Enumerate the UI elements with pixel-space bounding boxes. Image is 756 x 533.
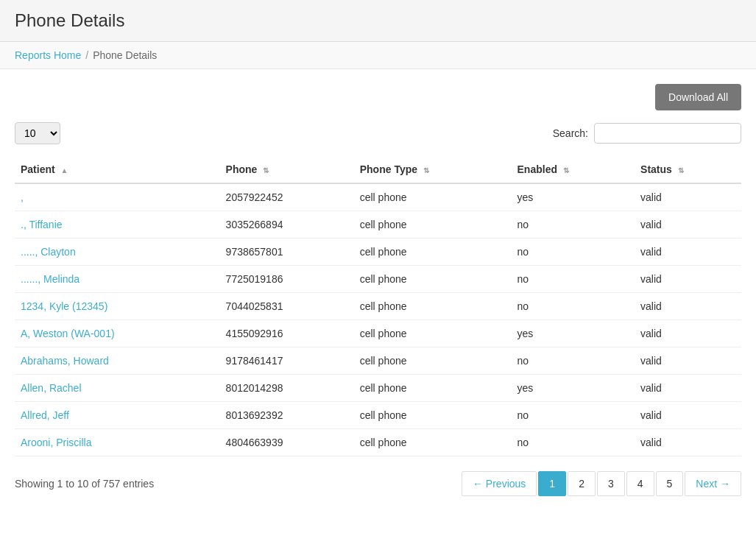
table-row: Allen, Rachel 8012014298 cell phone yes … [15,375,741,402]
page-2-button[interactable]: 2 [568,471,596,496]
phone-cell: 2057922452 [220,183,354,211]
patient-cell: ., Tiffanie [15,211,220,239]
status-cell: valid [635,375,741,402]
enabled-cell: yes [512,375,635,402]
phone-cell: 9738657801 [220,239,354,266]
status-cell: valid [635,239,741,266]
enabled-cell: no [512,429,635,456]
col-patient[interactable]: Patient ▲ [15,156,220,183]
showing-text: Showing 1 to 10 of 757 entries [15,478,154,490]
page-5-button[interactable]: 5 [656,471,684,496]
controls-row: 10 25 50 100 Search: [15,122,741,144]
patient-link[interactable]: ......, Melinda [21,273,80,285]
phone-type-cell: cell phone [354,266,512,293]
next-button[interactable]: Next → [685,471,741,496]
patient-cell: 1234, Kyle (12345) [15,293,220,320]
col-phone-type[interactable]: Phone Type ⇅ [354,156,512,183]
patient-cell: ......, Melinda [15,266,220,293]
patient-link[interactable]: Allred, Jeff [21,409,69,421]
phone-type-cell: cell phone [354,402,512,429]
patient-cell: A, Weston (WA-001) [15,320,220,347]
table-body: , 2057922452 cell phone yes valid ., Tif… [15,183,741,456]
patient-link[interactable]: Allen, Rachel [21,382,82,394]
patient-link[interactable]: ....., Clayton [21,246,76,258]
enabled-cell: no [512,347,635,375]
data-table: Patient ▲ Phone ⇅ Phone Type ⇅ Enabled ⇅… [15,156,741,456]
table-row: ., Tiffanie 3035266894 cell phone no val… [15,211,741,239]
status-cell: valid [635,429,741,456]
search-row: Search: [553,123,741,144]
phone-type-sort-icon: ⇅ [423,166,429,174]
table-row: A, Weston (WA-001) 4155092916 cell phone… [15,320,741,347]
status-cell: valid [635,293,741,320]
phone-type-cell: cell phone [354,320,512,347]
phone-type-cell: cell phone [354,293,512,320]
breadcrumb: Reports Home / Phone Details [0,42,756,69]
page-3-button[interactable]: 3 [597,471,625,496]
patient-link[interactable]: 1234, Kyle (12345) [21,300,107,312]
phone-cell: 4804663939 [220,429,354,456]
phone-cell: 7725019186 [220,266,354,293]
enabled-cell: yes [512,320,635,347]
prev-button[interactable]: ← Previous [462,471,537,496]
phone-type-cell: cell phone [354,429,512,456]
patient-cell: ....., Clayton [15,239,220,266]
patient-link[interactable]: A, Weston (WA-001) [21,328,115,339]
main-content: Download All 10 25 50 100 Search: Patien… [0,69,756,511]
table-row: Abrahams, Howard 9178461417 cell phone n… [15,347,741,375]
footer-row: Showing 1 to 10 of 757 entries ← Previou… [15,471,741,496]
enabled-sort-icon: ⇅ [563,166,569,174]
patient-cell: , [15,183,220,211]
patient-link[interactable]: ., Tiffanie [21,219,63,230]
status-cell: valid [635,402,741,429]
phone-type-cell: cell phone [354,211,512,239]
breadcrumb-separator: / [85,49,88,61]
phone-type-cell: cell phone [354,183,512,211]
patient-link[interactable]: Arooni, Priscilla [21,437,91,448]
phone-cell: 8012014298 [220,375,354,402]
patient-link[interactable]: , [21,191,24,203]
phone-cell: 7044025831 [220,293,354,320]
col-enabled[interactable]: Enabled ⇅ [512,156,635,183]
status-cell: valid [635,320,741,347]
phone-cell: 9178461417 [220,347,354,375]
table-row: ......, Melinda 7725019186 cell phone no… [15,266,741,293]
enabled-cell: no [512,266,635,293]
status-cell: valid [635,266,741,293]
per-page-control: 10 25 50 100 [15,122,60,144]
phone-type-cell: cell phone [354,347,512,375]
col-status[interactable]: Status ⇅ [635,156,741,183]
phone-type-cell: cell phone [354,239,512,266]
enabled-cell: no [512,239,635,266]
breadcrumb-home-link[interactable]: Reports Home [15,49,81,61]
table-row: , 2057922452 cell phone yes valid [15,183,741,211]
status-sort-icon: ⇅ [678,166,684,174]
breadcrumb-current: Phone Details [93,49,157,61]
pagination: ← Previous 1 2 3 4 5 Next → [462,471,741,496]
enabled-cell: yes [512,183,635,211]
page-4-button[interactable]: 4 [626,471,654,496]
enabled-cell: no [512,293,635,320]
page-header: Phone Details [0,0,756,42]
search-input[interactable] [594,123,741,144]
status-cell: valid [635,347,741,375]
col-phone[interactable]: Phone ⇅ [220,156,354,183]
patient-cell: Abrahams, Howard [15,347,220,375]
toolbar: Download All [15,84,741,110]
patient-sort-icon: ▲ [61,166,68,174]
table-row: Arooni, Priscilla 4804663939 cell phone … [15,429,741,456]
page-title: Phone Details [15,10,741,31]
patient-cell: Arooni, Priscilla [15,429,220,456]
download-all-button[interactable]: Download All [655,84,741,110]
enabled-cell: no [512,211,635,239]
patient-link[interactable]: Abrahams, Howard [21,355,109,367]
table-row: 1234, Kyle (12345) 7044025831 cell phone… [15,293,741,320]
table-row: Allred, Jeff 8013692392 cell phone no va… [15,402,741,429]
phone-type-cell: cell phone [354,375,512,402]
status-cell: valid [635,211,741,239]
search-label: Search: [553,127,588,139]
enabled-cell: no [512,402,635,429]
table-header: Patient ▲ Phone ⇅ Phone Type ⇅ Enabled ⇅… [15,156,741,183]
per-page-select[interactable]: 10 25 50 100 [15,122,60,144]
page-1-button[interactable]: 1 [538,471,566,496]
